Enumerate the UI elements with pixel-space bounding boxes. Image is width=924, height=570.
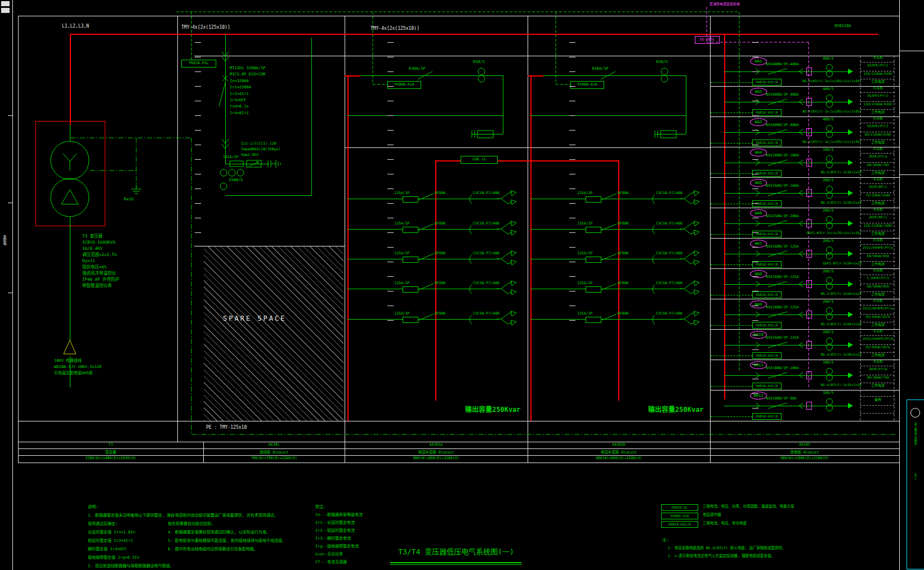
- load-name: 冷冻机: [861, 86, 894, 90]
- transformer-symbol: [51, 141, 89, 217]
- busbar-tick: [752, 159, 758, 160]
- ct-ratio-label: 100/5: [815, 391, 841, 395]
- feeder-meter-box: PD810-H1C/R: [752, 79, 782, 86]
- contactor-label: BF80K: [618, 252, 629, 255]
- cap-b-output-label: 输出容量250Kvar: [648, 406, 704, 414]
- capacitor-label: CVC50-P7/400: [656, 222, 682, 226]
- table-type: 馈电柜-Blokset: [710, 449, 899, 455]
- fuse-symbol: [586, 227, 601, 233]
- feeder-row-separator: [711, 299, 899, 299]
- busbar-tick: [387, 188, 394, 189]
- load-cell-divider: [860, 284, 894, 284]
- busbar-tick: [195, 101, 201, 101]
- busbar-tick: [195, 232, 201, 233]
- busbar-tick: [752, 232, 758, 233]
- table-size: 900(W)x800(D)x2200(H): [528, 456, 710, 460]
- contactor-label: BF80K: [618, 312, 629, 316]
- legend-note-1: 1. 电容支路电缆选用 NG-A(BTLY) 耐火电缆, 由厂家随柜成套提供。: [668, 546, 786, 550]
- power-monitor-module: [806, 159, 812, 167]
- feeder-meter-box: PD810-H1C/R: [752, 231, 782, 237]
- stamp-text: 施工图设计出图章: [913, 423, 917, 445]
- branch-switch: [600, 312, 620, 321]
- load-cell-divider: [860, 413, 894, 414]
- meter-bus-stub: [711, 82, 752, 83]
- busbar-tick: [752, 101, 758, 101]
- fuse-symbol: [403, 227, 418, 233]
- feeder-row: WA6 NSX250N/3P-200A 200/5 PD810-H1C/R GD…: [711, 208, 899, 238]
- load-status: 工作电源: [861, 293, 894, 297]
- load-cell-divider: [860, 344, 894, 345]
- ct-ratio-label: 200/5: [815, 178, 841, 182]
- load-cell-divider: [860, 305, 894, 306]
- table-type: 电容补偿柜-Blokset: [345, 449, 528, 455]
- drawout-switch-symbol: [755, 68, 805, 75]
- fuse-rating-label: 125A/3P: [394, 281, 409, 285]
- contactor-label: BF80K: [618, 281, 629, 285]
- strip-divider: [899, 51, 924, 51]
- contactor-label: BF80K: [435, 281, 446, 285]
- ct-circle: [826, 313, 833, 320]
- contactor-symbol: [464, 284, 473, 295]
- contactor-label: BF80K: [435, 312, 446, 316]
- feeder-arrow: [848, 372, 853, 378]
- cable-label: NG-A(BTLY)-3x35+2x16: [793, 383, 861, 387]
- busbar-tick: [752, 71, 758, 72]
- feeder-arrow: [848, 69, 853, 74]
- cable-label: NG-A(BTLY)-3x50+2x25: [793, 201, 861, 205]
- load-cell-divider: [860, 231, 894, 231]
- load-cell-divider: [860, 223, 894, 223]
- busbar-tick: [387, 247, 394, 248]
- feeder-arrow: [848, 251, 853, 257]
- busbar-tick: [387, 218, 394, 218]
- load-name: 冷冻机: [861, 299, 894, 303]
- circuit-id: WA7: [750, 240, 767, 248]
- feeder-arrow: [848, 129, 853, 135]
- busbar-tick: [195, 145, 201, 145]
- ct-ratio-label: 200/5: [815, 239, 841, 243]
- breaker-label: NSX100N/3P-100A: [766, 366, 799, 370]
- busbar-tick: [752, 393, 758, 394]
- legend-desc-1: 三相电流、电压、功率、功率因数、谐波监测、电能计量: [703, 505, 794, 509]
- capacitor-branch-row: 125A/3P BF80K CVC50-P7/400: [528, 222, 711, 237]
- capacitor-branch-row: 125A/3P BF80K CVC50-P7/400: [345, 312, 528, 327]
- capacitor-label: CVC50-P7/400: [473, 191, 499, 195]
- load-cell-divider: [860, 335, 894, 336]
- incomer-meter-box: PD810-ESL: [181, 60, 216, 68]
- feeder-row-separator: [711, 177, 899, 178]
- spd-imp: Imp≥80KA(10/350μs): [241, 147, 280, 151]
- busbar-tick: [387, 159, 394, 160]
- feeder-meter-box: PD810-H1C/R: [752, 200, 782, 207]
- feeder-arrow: [848, 190, 853, 196]
- title-underline-2: [390, 564, 521, 565]
- load-status: 工作电源: [861, 80, 894, 84]
- busbar-tick: [752, 276, 758, 277]
- busbar-tick: [752, 306, 758, 306]
- load-cell-divider: [860, 314, 894, 315]
- tie-box: EOK-12: [461, 156, 498, 164]
- cad-sheet: 变配电 SPARE SPACE: [0, 0, 924, 570]
- load-cell-divider: [860, 132, 894, 132]
- incomer-ct-label: 2500/5: [229, 178, 243, 182]
- busbar-tick: [569, 174, 575, 174]
- load-power: 110/110kW/168A: [861, 224, 894, 228]
- feeder-arrow: [848, 342, 853, 348]
- busbar-tick: [569, 218, 575, 218]
- load-cell-divider: [860, 200, 894, 201]
- feeder-row: WA12 NSX100N/3P-80A 100/5 PD810-H1C/R 备用: [711, 390, 899, 420]
- power-monitor-module: [806, 68, 812, 75]
- contactor-symbol: [647, 314, 656, 325]
- feeder-row-separator: [711, 116, 899, 117]
- busbar-tick: [195, 86, 201, 87]
- busbar-tick: [752, 130, 758, 131]
- branch-switch: [600, 282, 620, 291]
- circuit-id: WA1: [750, 57, 767, 65]
- feeder-meter-box: PD810-H1C/R: [752, 413, 782, 420]
- capacitor-branch-row: 125A/3P BF80K CVC50-P7/400: [528, 252, 711, 267]
- cable-label: NG-A(BTLY)-3x(1x185)+2x(1x95): [793, 110, 861, 114]
- busbar-tick: [752, 57, 758, 57]
- busbar-tick: [387, 232, 394, 233]
- feeder-row-separator: [711, 329, 899, 330]
- busbar-tick: [752, 364, 758, 365]
- feeder-row-separator: [711, 238, 899, 239]
- load-name: 冷冻机: [861, 268, 894, 272]
